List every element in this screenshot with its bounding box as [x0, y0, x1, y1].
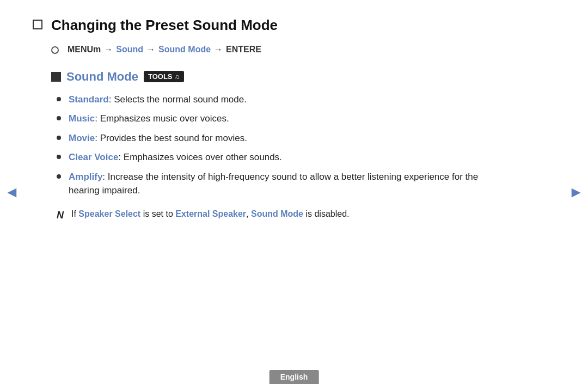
note-text-before: If	[71, 209, 78, 218]
sound-mode-section: Sound Mode TOOLS ♫ Standard: Selects the…	[51, 70, 490, 223]
note-speaker-select: Speaker Select	[78, 209, 140, 218]
list-item: Clear Voice: Emphasizes voices over othe…	[57, 150, 490, 164]
section-heading: Changing the Preset Sound Mode	[33, 16, 490, 35]
bullet-list: Standard: Selects the normal sound mode.…	[57, 93, 490, 198]
note-n-label: N	[57, 208, 64, 223]
item-desc-3: : Emphasizes voices over other sounds.	[118, 152, 281, 162]
language-label: English	[280, 373, 308, 381]
note-text-middle: is set to	[140, 209, 175, 218]
music-icon: ♫	[175, 73, 180, 81]
item-desc-4: : Increase the intensity of high-frequen…	[69, 172, 478, 196]
list-item: Standard: Selects the normal sound mode.	[57, 93, 490, 107]
item-content: Clear Voice: Emphasizes voices over othe…	[69, 150, 282, 164]
footer-language-badge: English	[270, 370, 319, 384]
menu-sound-mode-link: Sound Mode	[158, 45, 211, 54]
nav-arrow-right[interactable]: ►	[568, 184, 584, 201]
list-item: Movie: Provides the best sound for movie…	[57, 131, 490, 145]
black-square-icon	[51, 72, 61, 82]
checkbox-icon	[33, 20, 42, 29]
page-title: Changing the Preset Sound Mode	[51, 16, 278, 35]
menu-path: MENUm → Sound → Sound Mode → ENTERE	[51, 45, 490, 54]
note-text: If Speaker Select is set to External Spe…	[71, 208, 349, 221]
sound-mode-title: Sound Mode	[66, 70, 138, 84]
item-desc-0: : Selects the normal sound mode.	[109, 94, 247, 105]
note-text-after: is disabled.	[303, 209, 350, 218]
menu-enter: ENTERE	[226, 45, 261, 54]
bullet-dot	[57, 174, 61, 179]
note-external-speaker: External Speaker	[175, 209, 246, 218]
item-desc-1: : Emphasizes music over voices.	[95, 113, 229, 124]
bullet-dot	[57, 97, 61, 101]
menu-text: MENUm	[68, 45, 101, 54]
item-content: Amplify: Increase the intensity of high-…	[69, 170, 490, 198]
arrow1: →	[104, 45, 113, 54]
note-row: N If Speaker Select is set to External S…	[57, 208, 490, 223]
item-content: Movie: Provides the best sound for movie…	[69, 131, 247, 145]
item-label-2: Movie	[69, 133, 95, 143]
item-label-1: Music	[69, 113, 95, 124]
item-desc-2: : Provides the best sound for movies.	[95, 133, 247, 143]
bullet-dot	[57, 136, 61, 140]
item-label-3: Clear Voice	[69, 152, 118, 162]
arrow3: →	[214, 45, 223, 54]
circle-icon	[51, 46, 59, 54]
item-label-0: Standard	[69, 94, 109, 105]
menu-sound-link: Sound	[116, 45, 143, 54]
item-label-4: Amplify	[69, 172, 102, 182]
item-content: Standard: Selects the normal sound mode.	[69, 93, 247, 107]
list-item: Music: Emphasizes music over voices.	[57, 112, 490, 126]
note-sound-mode: Sound Mode	[249, 209, 303, 218]
bullet-dot	[57, 116, 61, 120]
tools-badge: TOOLS ♫	[144, 71, 184, 82]
sound-mode-heading: Sound Mode TOOLS ♫	[51, 70, 490, 84]
list-item: Amplify: Increase the intensity of high-…	[57, 170, 490, 198]
arrow2: →	[146, 45, 155, 54]
nav-arrow-left[interactable]: ◄	[4, 184, 20, 201]
item-content: Music: Emphasizes music over voices.	[69, 112, 229, 126]
bullet-dot	[57, 155, 61, 159]
